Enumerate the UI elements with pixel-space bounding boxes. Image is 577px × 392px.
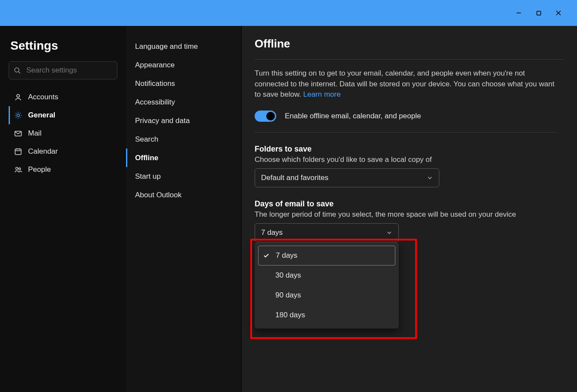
calendar-icon — [13, 147, 23, 156]
subnav-appearance[interactable]: Appearance — [126, 56, 241, 74]
sidebar-item-general[interactable]: General — [9, 106, 117, 124]
svg-line-5 — [19, 72, 20, 73]
svg-point-14 — [19, 168, 20, 170]
subnav-label: Appearance — [135, 61, 175, 70]
days-select[interactable]: 7 days — [255, 223, 399, 242]
page-heading: Offline — [255, 37, 564, 60]
option-label: 90 days — [275, 291, 301, 300]
window-titlebar — [0, 0, 577, 26]
subnav-label: Privacy and data — [135, 117, 190, 125]
svg-point-6 — [17, 95, 19, 97]
folders-desc: Choose which folders you'd like to save … — [255, 155, 557, 164]
svg-point-13 — [16, 167, 18, 169]
sidebar-item-calendar[interactable]: Calendar — [9, 142, 117, 161]
svg-rect-9 — [15, 149, 21, 155]
description-text: Turn this setting on to get to your emai… — [255, 69, 555, 98]
subnav-accessibility[interactable]: Accessibility — [126, 93, 241, 111]
subnav-label: Language and time — [135, 42, 198, 51]
folders-title: Folders to save — [255, 145, 557, 154]
days-option-30[interactable]: 30 days — [258, 266, 395, 285]
sidebar-item-accounts[interactable]: Accounts — [9, 88, 117, 106]
close-button[interactable] — [549, 4, 568, 22]
subnav-privacy[interactable]: Privacy and data — [126, 111, 241, 130]
days-option-90[interactable]: 90 days — [258, 285, 395, 305]
days-option-7[interactable]: 7 days — [258, 246, 395, 266]
days-title: Days of email to save — [255, 199, 557, 209]
minimize-button[interactable] — [509, 4, 529, 22]
maximize-button[interactable] — [529, 4, 549, 22]
subnav-label: Accessibility — [135, 98, 175, 107]
sidebar-item-label: Calendar — [28, 147, 58, 156]
subnav-language-time[interactable]: Language and time — [126, 37, 241, 56]
offline-description: Turn this setting on to get to your emai… — [255, 68, 557, 100]
mail-icon — [13, 129, 23, 138]
sidebar-item-label: People — [28, 165, 51, 174]
subnav-label: Offline — [135, 154, 158, 162]
settings-sidebar: Settings Accounts General — [0, 26, 126, 392]
sidebar-item-label: General — [28, 111, 55, 120]
search-icon — [14, 67, 21, 74]
toggle-knob — [266, 112, 275, 120]
option-label: 7 days — [276, 251, 297, 260]
folders-select-value: Default and favorites — [261, 174, 328, 182]
chevron-down-icon — [386, 230, 392, 236]
sidebar-item-people[interactable]: People — [9, 161, 117, 179]
subnav-startup[interactable]: Start up — [126, 167, 241, 186]
toggle-label: Enable offline email, calendar, and peop… — [285, 112, 421, 120]
svg-point-7 — [17, 114, 19, 117]
days-option-180[interactable]: 180 days — [258, 305, 395, 325]
person-icon — [13, 93, 23, 101]
days-desc: The longer period of time you select, th… — [255, 210, 557, 219]
subnav-label: Search — [135, 135, 158, 144]
sidebar-item-label: Mail — [28, 129, 41, 138]
chevron-down-icon — [427, 175, 433, 181]
enable-offline-toggle[interactable] — [255, 111, 276, 122]
subnav-label: Notifications — [135, 79, 175, 88]
subnav-search[interactable]: Search — [126, 130, 241, 149]
sidebar-item-label: Accounts — [28, 93, 58, 101]
learn-more-link[interactable]: Learn more — [303, 90, 341, 98]
subnav-label: About Outlook — [135, 191, 182, 199]
main-content: Offline Turn this setting on to get to y… — [242, 26, 577, 392]
people-icon — [13, 165, 23, 174]
subnav-about[interactable]: About Outlook — [126, 186, 241, 204]
gear-icon — [13, 111, 23, 120]
general-subnav: Language and time Appearance Notificatio… — [126, 26, 242, 392]
svg-rect-1 — [537, 11, 541, 15]
days-dropdown: 7 days 30 days 90 days 180 days — [255, 242, 399, 329]
search-input[interactable] — [9, 61, 117, 79]
option-label: 180 days — [275, 311, 305, 319]
subnav-label: Start up — [135, 172, 161, 181]
option-label: 30 days — [275, 271, 301, 280]
subnav-offline[interactable]: Offline — [126, 149, 241, 167]
folders-select[interactable]: Default and favorites — [255, 168, 439, 187]
sidebar-item-mail[interactable]: Mail — [9, 124, 117, 142]
settings-title: Settings — [10, 39, 117, 53]
check-icon — [263, 252, 270, 259]
svg-point-4 — [15, 68, 19, 72]
subnav-notifications[interactable]: Notifications — [126, 74, 241, 93]
days-select-value: 7 days — [261, 228, 283, 237]
